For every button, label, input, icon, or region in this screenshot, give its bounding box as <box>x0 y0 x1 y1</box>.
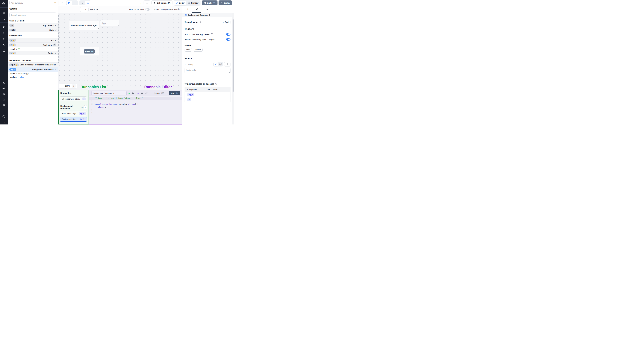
add-transformer-button[interactable]: + Add <box>221 20 230 24</box>
favorites-star-icon[interactable] <box>2 18 5 21</box>
run-on-start-toggle[interactable] <box>226 33 230 36</box>
info-icon[interactable]: ⓘ <box>178 8 180 11</box>
info-icon[interactable]: ⓘ <box>200 21 202 24</box>
output-row-bg1[interactable]: bg_1 Background Runnable 0 <box>8 67 58 72</box>
mobile-view-button[interactable] <box>80 1 85 5</box>
info-icon[interactable]: ⓘ <box>211 33 213 36</box>
collapse-arrow-icon[interactable]: → <box>2 121 5 124</box>
redo-button[interactable]: ↷ <box>58 1 65 5</box>
frequency-dropdown[interactable]: once <box>90 7 98 12</box>
scrollbar-track[interactable] <box>232 13 234 124</box>
code-line[interactable]: 1// import * as wmill from "windmill-cli… <box>89 97 182 100</box>
runnable-item-bg0[interactable]: Send a message... bg_0 <box>60 111 87 116</box>
refresh-count-button[interactable]: ↻ 2 <box>80 7 88 12</box>
search-outputs-input[interactable] <box>10 12 56 17</box>
code-line[interactable]: 4 return x <box>89 106 182 108</box>
text-input-component[interactable]: Type... <box>100 20 119 26</box>
chevron-up-icon[interactable] <box>55 69 56 70</box>
resize-handle[interactable] <box>98 28 98 29</box>
runnable-item-c[interactable]: u/henri/scrape_githu... c <box>60 96 87 101</box>
resources-cubes-icon[interactable] <box>2 43 5 46</box>
delete-runnable-button[interactable] <box>141 92 143 94</box>
output-row-ctx[interactable]: ctx App Context <box>8 23 58 28</box>
cache-database-button[interactable] <box>132 92 134 94</box>
static-value-textarea[interactable]: Static value <box>184 68 230 73</box>
recompute-toggle[interactable] <box>226 38 230 41</box>
component-badge[interactable]: c <box>187 98 191 101</box>
variables-dollar-icon[interactable] <box>2 38 5 40</box>
tab-component-settings[interactable] <box>196 8 199 11</box>
undo-button[interactable]: ↶ <box>52 1 58 5</box>
audit-eye-icon[interactable] <box>2 104 5 106</box>
state-badge[interactable]: state <box>10 28 16 31</box>
code-line[interactable]: 6 <box>89 111 182 114</box>
bg1-badge[interactable]: bg_1 <box>10 68 16 71</box>
ctx-badge[interactable]: ctx <box>10 24 14 27</box>
c-badge[interactable]: c ☝ <box>10 52 16 54</box>
add-bg-runnable-button[interactable]: + <box>84 105 87 110</box>
chevron-down-icon[interactable] <box>55 39 56 41</box>
output-row-b[interactable]: b ☝ Text Input <box>8 42 58 47</box>
desktop-view-button[interactable] <box>85 1 91 5</box>
run-button[interactable]: Run ⌘↵ <box>169 91 180 96</box>
bg0-badge[interactable]: bg_0 ☝ <box>10 64 19 66</box>
format-button[interactable]: Format ⌘S <box>152 91 166 96</box>
home-icon[interactable] <box>2 26 5 28</box>
press-me-button[interactable]: Press me <box>84 49 95 54</box>
app-summary-input[interactable] <box>10 0 50 5</box>
output-row-state[interactable]: state State <box>8 28 58 32</box>
ai-assistant-button[interactable] <box>136 92 139 94</box>
folders-icon[interactable] <box>2 98 5 101</box>
code-line[interactable]: 3export async function main(x: string) { <box>89 102 182 106</box>
textarea-resize-handle[interactable] <box>228 72 230 73</box>
fullscreen-button[interactable] <box>72 1 78 5</box>
workspace-icon[interactable] <box>2 12 5 14</box>
tab-add-component[interactable]: + <box>186 8 189 11</box>
windmill-logo[interactable] <box>0 0 8 8</box>
resize-handle[interactable] <box>97 54 98 55</box>
zoom-out-button[interactable]: − <box>60 85 64 87</box>
code-line[interactable]: 5} <box>89 108 182 111</box>
workers-robot-icon[interactable] <box>2 92 5 96</box>
output-row-a[interactable]: a ☝ Text <box>8 38 58 42</box>
connect-input-button[interactable] <box>224 62 230 66</box>
center-layout-button[interactable] <box>66 1 72 5</box>
chevron-down-icon[interactable] <box>55 24 56 26</box>
a-badge[interactable]: a ☝ <box>10 39 16 42</box>
code-editor[interactable]: 1// import * as wmill from "windmill-cli… <box>89 96 182 124</box>
runnable-name-input[interactable] <box>92 91 126 96</box>
help-icon[interactable]: ? <box>2 115 5 118</box>
schedules-calendar-icon[interactable] <box>2 49 5 52</box>
b-badge[interactable]: b ☝ <box>10 44 16 46</box>
chevron-down-icon[interactable] <box>55 29 56 30</box>
collapse-button[interactable] <box>53 44 56 46</box>
text-component[interactable]: Write Discord message: <box>70 21 99 30</box>
resize-handle[interactable] <box>118 25 119 26</box>
deploy-button[interactable]: Deploy <box>218 0 232 5</box>
tab-styling[interactable] <box>205 8 208 11</box>
bg1-loading-row[interactable]: loading : false <box>8 75 58 79</box>
docs-button[interactable] <box>144 0 150 5</box>
chevron-down-icon[interactable] <box>55 52 56 54</box>
bg1-result-row[interactable]: result : No items ([]) <box>8 72 58 75</box>
runnable-item-bg1-selected[interactable]: Background Run... bg_1 <box>60 117 87 122</box>
info-icon[interactable]: ⓘ <box>215 82 217 85</box>
settings-gear-icon[interactable] <box>2 87 5 90</box>
eval-mode-button[interactable]: f <box>218 62 223 66</box>
draft-button[interactable]: Draft ⌘S <box>202 0 217 5</box>
hide-bar-toggle[interactable] <box>145 8 150 11</box>
static-mode-button[interactable] <box>214 62 218 66</box>
button-component[interactable]: Press me <box>80 48 99 56</box>
output-row-bg0[interactable]: bg_0 ☝ Send a message to discord using w… <box>8 62 58 67</box>
user-icon[interactable] <box>2 82 5 84</box>
scrollbar-thumb[interactable] <box>232 19 234 92</box>
more-menu-button[interactable]: ⋮ <box>140 2 142 4</box>
tab-preview[interactable]: Preview <box>186 0 200 5</box>
code-line[interactable]: 2 <box>89 100 182 103</box>
expand-editor-button[interactable] <box>145 92 148 94</box>
runs-play-icon[interactable] <box>2 32 5 34</box>
output-row-c[interactable]: c ☝ Button <box>8 51 58 55</box>
zoom-in-button[interactable]: + <box>72 84 76 88</box>
component-badge[interactable]: bg_0 <box>187 93 194 96</box>
b-result-row[interactable]: result : "" <box>8 47 58 51</box>
